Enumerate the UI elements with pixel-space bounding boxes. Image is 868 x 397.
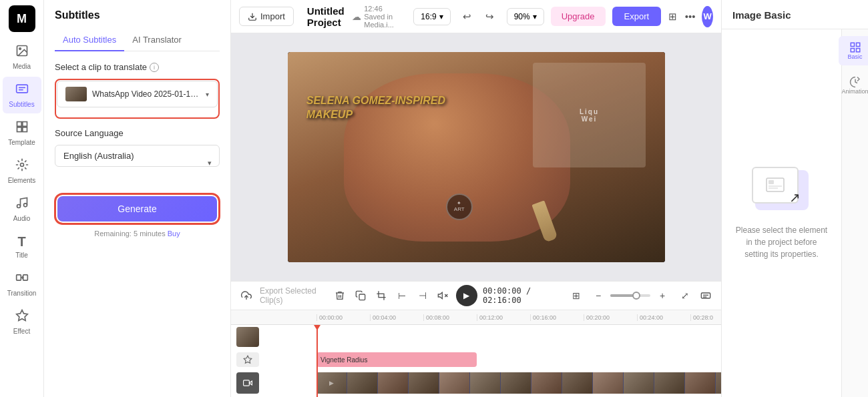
svg-point-10 [17,205,20,208]
timeline-body: Vignette Radius ▶ [231,325,721,397]
audio-icon [15,196,29,213]
zoom-in-button[interactable]: + [653,286,672,305]
redo-button[interactable]: ↪ [480,7,500,27]
tab-auto-subtitles[interactable]: Auto Subtitles [55,29,124,51]
delete-button[interactable] [332,286,347,305]
import-icon [248,12,257,21]
tick-4: 00:16:00 [530,314,584,321]
right-panel-tabs: Basic Animation [841,29,868,397]
svg-rect-30 [769,180,774,184]
time-display: 00:00:00 / 02:16:00 [483,286,558,305]
svg-rect-5 [17,122,21,127]
top-bar-left: Import [239,7,294,26]
sidebar-item-title[interactable]: T Title [3,229,41,264]
sidebar-item-subtitles-label: Subtitles [9,101,34,108]
speed-button[interactable]: ⊣ [415,286,430,305]
sidebar-item-media[interactable]: Media [3,39,41,75]
svg-point-1 [19,48,20,50]
clip-dropdown[interactable]: WhatsApp Video 2025-01-10 at 2.0... ▾ [57,81,218,107]
fullscreen-button[interactable]: ⤢ [677,286,692,305]
sidebar-item-subtitles[interactable]: Subtitles [3,77,41,113]
play-button[interactable]: ▶ [456,285,477,306]
subtitle-timeline-button[interactable] [698,286,713,305]
effect-clip[interactable]: Vignette Radius [316,352,477,367]
svg-rect-19 [379,294,384,297]
language-select[interactable]: English (Australia) [55,145,220,167]
more-button[interactable]: ••• [685,7,696,27]
panel-header: Subtitles Auto Subtitles AI Translator [44,0,230,51]
svg-rect-6 [22,122,27,127]
panel-title: Subtitles [55,9,220,21]
sidebar-item-audio-label: Audio [13,215,31,222]
sidebar-item-audio[interactable]: Audio [3,191,41,228]
svg-rect-2 [16,85,27,93]
svg-rect-33 [851,43,854,46]
sidebar-item-elements[interactable]: Elements [3,153,41,189]
tick-1: 00:04:00 [370,314,423,321]
tab-ai-translator[interactable]: AI Translator [124,29,190,51]
svg-point-11 [23,204,27,207]
upload-button[interactable] [239,286,254,305]
track-effect[interactable]: Vignette Radius [316,350,721,369]
svg-rect-29 [767,178,784,191]
export-button[interactable]: Export [612,7,662,26]
timeline-ruler: 00:00:00 00:04:00 00:08:00 00:12:00 00:1… [231,310,721,325]
rp-tab-animation-label: Animation [841,88,868,95]
sidebar-item-effect-label: Effect [13,328,30,335]
undo-redo-group: ↩ ↪ [457,7,500,27]
sidebar-item-template-label: Template [8,139,35,146]
crop-button[interactable] [373,286,389,305]
tick-5: 00:20:00 [584,314,637,321]
language-wrapper: English (Australia) [55,145,220,180]
info-icon: i [150,63,159,72]
right-panel: Image Basic ↗ [721,0,868,397]
effect-clip-label: Vignette Radius [320,356,367,364]
video-overlay-text: Selena Gomez-InspiredMakeup [306,94,445,122]
zoom-button[interactable]: 90% ▾ [507,8,544,25]
split-button[interactable]: ⊢ [394,286,409,305]
saved-text: 12:46 Saved in Media.i... [364,5,400,29]
sidebar-item-media-label: Media [13,63,31,70]
track-video[interactable]: ▶ [316,370,721,396]
empty-icon-fg: ↗ [752,167,799,204]
generate-button[interactable]: Generate [57,196,217,222]
import-button[interactable]: Import [239,7,294,26]
rp-tab-basic[interactable]: Basic [839,36,869,65]
right-panel-header: Image Basic [722,0,868,29]
import-label: Import [260,11,285,21]
video-clip[interactable]: ▶ [316,372,721,394]
captions-button[interactable]: ⊞ [668,7,678,27]
video-canvas: Liqu Wei Selena Gomez-InspiredMakeup ✦AR… [288,52,665,262]
empty-state: ↗ Please select the element in the proje… [722,29,841,397]
clip-dropdown-wrapper: WhatsApp Video 2025-01-10 at 2.0... ▾ [55,79,220,119]
tick-2: 00:08:00 [423,314,477,321]
user-avatar[interactable]: W [702,6,713,27]
aspect-arrow-icon: ▾ [439,12,443,21]
sidebar-item-template[interactable]: Template [3,115,41,151]
sidebar-item-transition[interactable]: Transition [3,266,41,302]
split-view-button[interactable]: ⊞ [568,286,584,305]
project-title[interactable]: Untitled Project [307,5,345,28]
ruler-ticks: 00:00:00 00:04:00 00:08:00 00:12:00 00:1… [316,314,721,321]
clip-name: WhatsApp Video 2025-01-10 at 2.0... [92,89,200,99]
upgrade-button[interactable]: Upgrade [551,7,606,26]
logo-button[interactable]: M [9,5,35,32]
svg-marker-26 [244,356,252,363]
top-bar: Import Untitled Project ☁ 12:46 Saved in… [231,0,721,33]
timeline-controls: Export Selected Clip(s) ⊢ ⊣ ▶ 00:00:00 /… [231,281,721,310]
clip-thumbnail [65,87,87,101]
subtitles-panel: Subtitles Auto Subtitles AI Translator S… [44,0,231,397]
aspect-ratio-button[interactable]: 16:9 ▾ [413,8,450,25]
copy-button[interactable] [353,286,368,305]
rp-tab-animation[interactable]: Animation [839,71,869,100]
video-track-icon [236,372,259,394]
buy-link[interactable]: Buy [168,230,180,238]
timeline-zoom: − + [589,286,672,305]
empty-state-icon: ↗ [752,167,812,214]
undo-button[interactable]: ↩ [457,7,477,27]
mute-button[interactable] [435,286,451,305]
svg-rect-35 [851,49,854,52]
sidebar-item-effect[interactable]: Effect [3,304,41,340]
zoom-out-button[interactable]: − [589,286,608,305]
svg-rect-7 [17,127,21,132]
